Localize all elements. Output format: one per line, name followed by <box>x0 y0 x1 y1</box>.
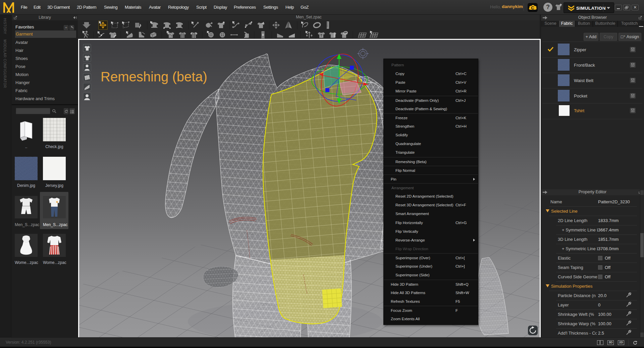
svg-text:C: C <box>531 5 534 10</box>
svg-text:Remeshing (beta): Remeshing (beta) <box>101 69 207 84</box>
